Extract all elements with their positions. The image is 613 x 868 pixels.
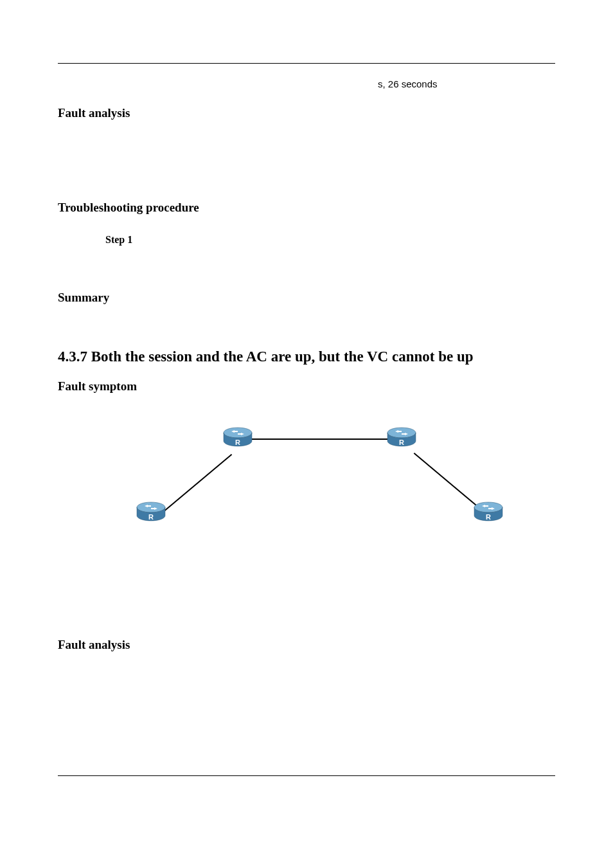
svg-text:R: R	[235, 439, 240, 446]
router-bottom-right: R	[472, 502, 504, 523]
footer-rule	[58, 775, 555, 776]
router-bottom-left: R	[135, 502, 167, 523]
link-top	[251, 439, 395, 440]
router-top-right: R	[386, 427, 418, 449]
svg-text:R: R	[486, 513, 491, 521]
link-left	[164, 454, 232, 511]
header-rule	[58, 63, 555, 64]
network-diagram: R R R	[58, 413, 555, 561]
svg-text:R: R	[399, 439, 404, 446]
page-content: s, 26 seconds Fault analysis Troubleshoo…	[0, 0, 613, 710]
heading-summary: Summary	[58, 291, 555, 305]
heading-fault-analysis-2: Fault analysis	[58, 638, 555, 652]
section-heading: 4.3.7 Both the session and the AC are up…	[58, 348, 555, 365]
step-row: Step 1	[105, 234, 555, 246]
heading-fault-analysis-1: Fault analysis	[58, 106, 555, 120]
heading-troubleshooting: Troubleshooting procedure	[58, 201, 555, 215]
heading-fault-symptom: Fault symptom	[58, 379, 555, 393]
router-top-left: R	[222, 427, 254, 449]
code-fragment: s, 26 seconds	[378, 78, 555, 89]
step-label: Step 1	[105, 234, 132, 245]
svg-text:R: R	[148, 513, 154, 521]
